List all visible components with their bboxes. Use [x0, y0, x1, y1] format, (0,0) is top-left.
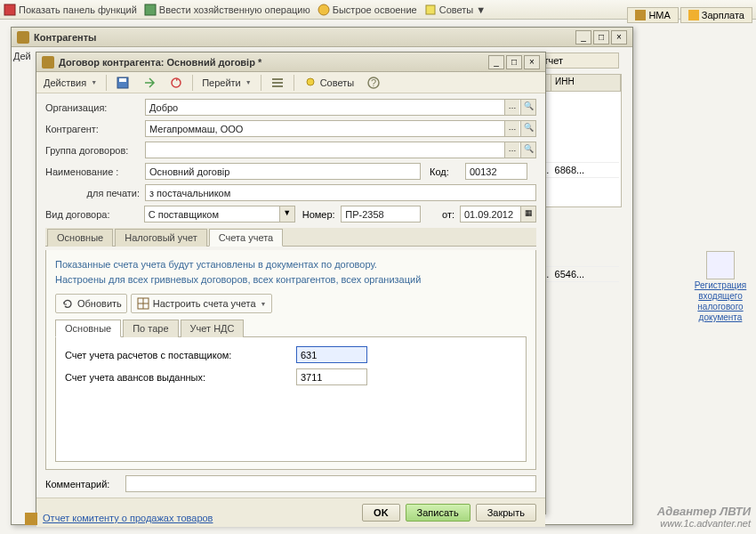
org-label: Организация:	[45, 102, 145, 113]
inner-tab-main[interactable]: Основные	[55, 320, 121, 337]
window-icon	[17, 31, 29, 44]
committent-report-link[interactable]: Отчет комитенту о продажах товаров	[43, 513, 213, 523]
name-field[interactable]	[145, 163, 421, 180]
tab-tax[interactable]: Налоговый учет	[115, 229, 207, 247]
watermark: Адвантер ЛВТИ www.1c.advanter.net	[657, 505, 751, 529]
svg-rect-9	[272, 85, 283, 87]
save-icon-button[interactable]	[110, 73, 135, 93]
accounts-panel: Показанные счета учета будут установлены…	[45, 250, 536, 470]
ellipsis-button[interactable]: …	[504, 100, 519, 115]
inner-tabbar: Основные По таре Учет НДС	[55, 319, 527, 337]
dropdown-icon: ▼	[476, 4, 486, 15]
tab-main[interactable]: Основные	[47, 229, 113, 247]
svg-rect-0	[4, 4, 15, 15]
setup-accounts-button[interactable]: Настроить счета учета▼	[131, 294, 272, 313]
label: Ввести хозяйственную операцию	[159, 4, 310, 15]
minimize-button[interactable]: _	[575, 30, 591, 44]
ka-label: Контрагент:	[45, 124, 145, 134]
window-toolbar: Действия▼ Перейти▼ Советы ?	[36, 72, 545, 93]
from-label: от:	[433, 209, 454, 220]
grid-icon	[136, 296, 150, 311]
window-icon	[42, 56, 54, 69]
dropdown-icon: ▼	[245, 79, 252, 85]
form-area: Организация: … 🔍 Контрагент: … 🔍 Группа …	[36, 93, 545, 250]
grp-label: Группа договоров:	[45, 145, 145, 156]
enter-op-button[interactable]: Ввести хозяйственную операцию	[144, 4, 310, 16]
ok-button[interactable]: OK	[362, 504, 400, 522]
advance-acc-label: Счет учета авансов выданных:	[65, 372, 296, 383]
supplier-acc-input[interactable]	[296, 346, 367, 363]
op-icon	[144, 4, 157, 16]
code-field[interactable]	[465, 163, 527, 180]
info-text: Показанные счета учета будут установлены…	[55, 257, 527, 287]
calendar-icon[interactable]: ▦	[520, 206, 535, 222]
main-tabbar: Основные Налоговый учет Счета учета	[45, 228, 536, 247]
titlebar[interactable]: Контрагенты _ □ ×	[12, 28, 632, 47]
list-icon-button[interactable]	[265, 73, 290, 93]
ellipsis-button[interactable]: …	[504, 121, 519, 136]
write-button[interactable]: Записать	[406, 504, 470, 522]
advice-button[interactable]: Советы▼	[424, 4, 486, 16]
titlebar[interactable]: Договор контрагента: Основний договір * …	[36, 53, 545, 72]
comment-label: Комментарий:	[45, 479, 125, 490]
maximize-button[interactable]: □	[593, 30, 609, 44]
from-field[interactable]: ▦	[460, 206, 536, 222]
svg-rect-1	[145, 4, 156, 15]
svg-text:?: ?	[371, 77, 376, 88]
register-tax-doc-link[interactable]: Регистрация входящего налогового докумен…	[695, 280, 746, 322]
name-label: Наименование :	[45, 166, 145, 177]
help-button[interactable]: ?	[361, 73, 386, 93]
quick-learn-button[interactable]: Быстрое освоение	[318, 4, 417, 16]
label: Быстрое освоение	[333, 4, 417, 15]
minimize-button[interactable]: _	[488, 55, 504, 69]
kind-field[interactable]: ▼	[144, 206, 295, 222]
svg-rect-7	[272, 78, 283, 80]
floppy-icon	[116, 76, 130, 90]
report-icon	[25, 513, 37, 525]
list-icon	[270, 76, 285, 90]
tab-accounts[interactable]: Счета учета	[209, 229, 283, 247]
grp-field[interactable]: … 🔍	[145, 142, 536, 158]
svg-rect-8	[272, 82, 283, 84]
learn-icon	[318, 4, 330, 16]
close-button[interactable]: Закрыть	[476, 504, 536, 522]
refresh-icon-button[interactable]	[164, 73, 189, 93]
contract-window: Договор контрагента: Основний договір * …	[36, 52, 546, 514]
search-icon[interactable]: 🔍	[520, 100, 535, 115]
dropdown-icon[interactable]: ▼	[279, 206, 294, 222]
side-link-block: Регистрация входящего налогового докумен…	[694, 251, 747, 322]
search-icon[interactable]: 🔍	[520, 142, 535, 158]
comment-input[interactable]	[125, 475, 536, 492]
comment-row: Комментарий:	[36, 470, 545, 498]
advance-acc-input[interactable]	[296, 368, 367, 385]
inner-tab-vat[interactable]: Учет НДС	[181, 320, 245, 337]
refresh-button[interactable]: Обновить	[55, 294, 127, 313]
bulb-icon	[303, 76, 318, 90]
close-button[interactable]: ×	[611, 30, 627, 44]
help-icon: ?	[366, 76, 381, 90]
ellipsis-button[interactable]: …	[504, 142, 519, 158]
kind-label: Вид договора:	[45, 209, 144, 220]
maximize-button[interactable]: □	[506, 55, 522, 69]
svg-rect-3	[426, 5, 435, 14]
actions-button[interactable]: Действия▼	[38, 75, 102, 91]
nav-icon-button[interactable]	[137, 73, 162, 93]
supplier-acc-label: Счет учета расчетов с поставщиком:	[65, 350, 296, 360]
window-title: Договор контрагента: Основний договір *	[59, 57, 487, 68]
inner-tab-tare[interactable]: По таре	[123, 320, 178, 337]
advice-button[interactable]: Советы	[298, 73, 359, 93]
org-field[interactable]: … 🔍	[145, 99, 536, 116]
panel-icon	[4, 4, 16, 16]
close-button[interactable]: ×	[524, 55, 540, 69]
search-icon[interactable]: 🔍	[520, 121, 535, 136]
ka-field[interactable]: … 🔍	[145, 120, 536, 137]
num-field[interactable]	[341, 206, 421, 222]
goto-button[interactable]: Перейти▼	[197, 75, 257, 91]
inner-panel: Счет учета расчетов с поставщиком: Счет …	[55, 337, 527, 462]
print-field[interactable]	[145, 184, 536, 201]
advice-icon	[424, 4, 437, 16]
label: Советы	[439, 4, 473, 15]
col-inn[interactable]: ИНН	[551, 75, 621, 91]
show-functions-button[interactable]: Показать панель функций	[4, 4, 137, 16]
refresh-icon	[60, 296, 75, 311]
